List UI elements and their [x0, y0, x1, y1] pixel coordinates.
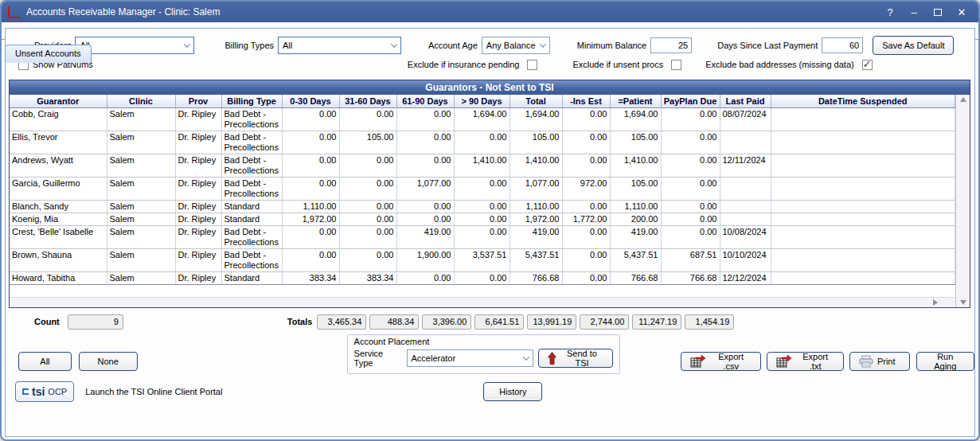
- filter-panel: Providers All Billing Types All Account …: [6, 29, 974, 75]
- exclude-bad-checkbox[interactable]: [862, 60, 873, 70]
- table-cell: [720, 177, 771, 200]
- scroll-up-icon[interactable]: [960, 97, 966, 102]
- horizontal-scrollbar[interactable]: [10, 297, 955, 307]
- days-since-label: Days Since Last Payment: [717, 41, 818, 50]
- account-age-dropdown[interactable]: Any Balance: [482, 37, 550, 54]
- table-cell: Dr. Ripley: [175, 154, 221, 177]
- column-header[interactable]: Guarantor: [10, 95, 107, 107]
- column-header[interactable]: Total: [510, 95, 562, 107]
- table-cell: 766.68: [610, 271, 661, 284]
- table-cell: 0.00: [562, 271, 610, 284]
- tsi-ocp-button[interactable]: tsi OCP: [15, 381, 74, 402]
- table-row[interactable]: Ellis, TrevorSalemDr. RipleyBad Debt - P…: [10, 131, 955, 154]
- export-txt-button[interactable]: Export .txt: [767, 352, 844, 371]
- column-header[interactable]: DateTime Suspended: [771, 95, 955, 107]
- table-cell: [771, 177, 955, 200]
- days-since-input[interactable]: 60: [822, 37, 863, 53]
- table-cell: 105.00: [610, 177, 661, 200]
- scroll-down-icon[interactable]: [960, 300, 966, 305]
- table-cell: Brown, Shauna: [10, 248, 107, 271]
- help-button[interactable]: ?: [878, 3, 902, 21]
- spreadsheet-export-icon: [776, 355, 792, 368]
- table-row[interactable]: Koenig, MiaSalemDr. RipleyStandard1,972.…: [10, 213, 955, 225]
- send-up-arrow-icon: [548, 352, 556, 365]
- table-row[interactable]: Andrews, WyattSalemDr. RipleyBad Debt - …: [10, 154, 955, 177]
- providers-dropdown[interactable]: All: [75, 37, 194, 54]
- table-cell: 10/10/2024: [720, 248, 771, 271]
- table-row[interactable]: Crest, 'Belle' IsabelleSalemDr. RipleyBa…: [10, 225, 955, 248]
- column-header[interactable]: > 90 Days: [454, 95, 510, 107]
- table-cell: 1,972.00: [282, 213, 339, 225]
- column-header[interactable]: =Patient: [610, 95, 661, 107]
- column-header[interactable]: 31-60 Days: [339, 95, 396, 107]
- print-button[interactable]: Print: [849, 352, 910, 371]
- table-cell: Salem: [107, 154, 175, 177]
- table-cell: 0.00: [661, 177, 720, 200]
- grid-title: Guarantors - Not Sent to TSI: [10, 80, 970, 95]
- column-header[interactable]: -Ins Est: [562, 95, 610, 107]
- scroll-right-icon[interactable]: [933, 299, 938, 306]
- export-csv-button[interactable]: Export .csv: [681, 352, 761, 371]
- column-header[interactable]: Billing Type: [221, 95, 282, 107]
- table-cell: [720, 131, 771, 154]
- chevron-down-icon: [391, 41, 397, 47]
- table-cell: Dr. Ripley: [175, 225, 221, 248]
- table-cell: Dr. Ripley: [175, 177, 221, 200]
- vertical-scrollbar[interactable]: [955, 95, 970, 307]
- grid-header-row: GuarantorClinicProvBilling Type0-30 Days…: [10, 95, 955, 107]
- minimum-balance-input[interactable]: 25: [650, 37, 692, 53]
- table-row[interactable]: Brown, ShaunaSalemDr. RipleyBad Debt - P…: [10, 248, 955, 271]
- spreadsheet-export-icon: [690, 355, 706, 368]
- column-header[interactable]: Clinic: [107, 95, 175, 107]
- column-header[interactable]: Prov: [175, 95, 221, 107]
- table-row[interactable]: Garcia, GuillermoSalemDr. RipleyBad Debt…: [10, 177, 955, 200]
- column-header[interactable]: Last Paid: [720, 95, 771, 107]
- column-header[interactable]: PayPlan Due: [661, 95, 720, 107]
- table-row[interactable]: Cobb, CraigSalemDr. RipleyBad Debt - Pre…: [10, 107, 955, 131]
- maximize-button[interactable]: [926, 3, 950, 21]
- exclude-insurance-checkbox[interactable]: [527, 60, 537, 70]
- run-aging-button[interactable]: Run Aging: [916, 352, 974, 371]
- tsi-logo-icon: [22, 388, 29, 395]
- history-button[interactable]: History: [483, 382, 542, 401]
- table-cell: [771, 248, 955, 271]
- table-cell: 0.00: [339, 225, 396, 248]
- exclude-unsent-checkbox[interactable]: [671, 60, 681, 70]
- send-to-tsi-button[interactable]: Send to TSI: [538, 349, 613, 368]
- table-cell: Bad Debt - Precollections: [221, 177, 282, 200]
- column-header[interactable]: 0-30 Days: [282, 95, 339, 107]
- table-cell: Ellis, Trevor: [10, 131, 107, 154]
- minimize-button[interactable]: –: [902, 3, 926, 21]
- select-all-button[interactable]: All: [18, 352, 72, 371]
- select-none-button[interactable]: None: [79, 352, 138, 371]
- table-row[interactable]: Howard, TabithaSalemDr. RipleyStandard38…: [10, 271, 955, 284]
- table-cell: 0.00: [396, 154, 454, 177]
- table-cell: 0.00: [339, 248, 396, 271]
- column-header[interactable]: 61-90 Days: [396, 95, 454, 107]
- table-cell: Salem: [107, 107, 175, 131]
- totals-boxes: 3,465.34488.343,396.006,641.5113,991.192…: [317, 314, 734, 330]
- tab-unsent-accounts[interactable]: Unsent Accounts: [5, 45, 92, 63]
- totals-box: 1,454.19: [685, 314, 734, 330]
- table-cell: 0.00: [339, 213, 396, 225]
- table-cell: 1,772.00: [562, 213, 610, 225]
- totals-box: 3,465.34: [317, 314, 366, 330]
- exclude-bad-label: Exclude bad addresses (missing data): [705, 60, 853, 69]
- actions-row: All None Account Placement Service Type …: [6, 334, 974, 376]
- totals-box: 6,641.51: [474, 314, 524, 330]
- table-cell: 0.00: [282, 154, 339, 177]
- table-cell: 08/07/2024: [720, 107, 771, 131]
- billing-types-dropdown[interactable]: All: [278, 37, 401, 54]
- save-as-default-button[interactable]: Save As Default: [873, 36, 954, 55]
- table-cell: Standard: [221, 271, 282, 284]
- table-cell: [771, 200, 955, 213]
- table-cell: 0.00: [282, 177, 339, 200]
- tsi-brand: tsi: [32, 385, 45, 398]
- table-row[interactable]: Blanch, SandySalemDr. RipleyStandard1,11…: [10, 200, 955, 213]
- close-button[interactable]: ✕: [950, 3, 974, 21]
- table-cell: Andrews, Wyatt: [10, 154, 107, 177]
- table-cell: Salem: [107, 177, 175, 200]
- table-cell: 105.00: [610, 131, 661, 154]
- service-type-dropdown[interactable]: Accelerator: [407, 349, 534, 367]
- count-box: 9: [68, 314, 123, 330]
